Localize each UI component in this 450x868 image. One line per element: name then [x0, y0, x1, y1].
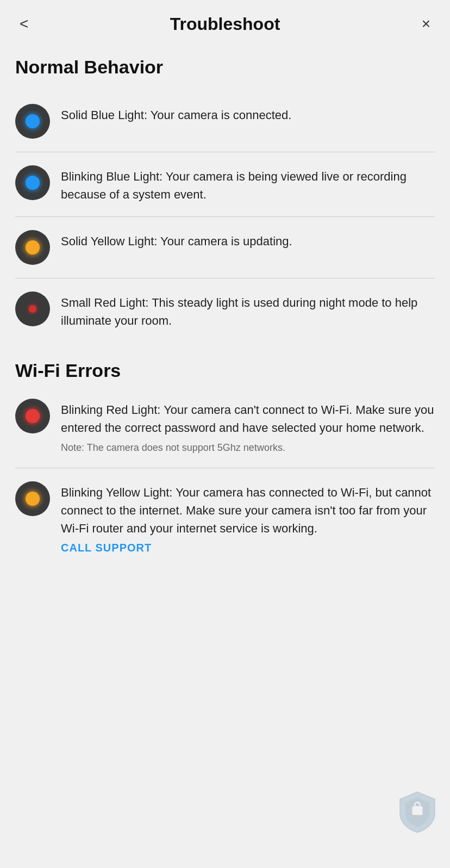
list-item: Small Red Light: This steady light is us…	[15, 278, 435, 343]
item-description: Blinking Blue Light: Your camera is bein…	[61, 170, 407, 201]
item-text: Blinking Blue Light: Your camera is bein…	[61, 165, 435, 203]
main-content: Normal Behavior Solid Blue Light: Your c…	[0, 44, 450, 589]
led-blinking-blue-icon	[15, 165, 50, 200]
item-text: Blinking Yellow Light: Your camera has c…	[61, 481, 435, 554]
back-button[interactable]: <	[15, 13, 33, 35]
item-text: Solid Yellow Light: Your camera is updat…	[61, 230, 435, 250]
item-description: Solid Yellow Light: Your camera is updat…	[61, 234, 292, 248]
header: < Troubleshoot ×	[0, 0, 450, 44]
led-solid-blue-icon	[15, 104, 50, 139]
call-support-button[interactable]: CALL SUPPORT	[61, 537, 152, 554]
wifi-errors-section: Wi-Fi Errors Blinking Red Light: Your ca…	[15, 360, 435, 567]
list-item: Solid Yellow Light: Your camera is updat…	[15, 217, 435, 278]
item-text: Blinking Red Light: Your camera can't co…	[61, 399, 435, 455]
wifi-errors-title: Wi-Fi Errors	[15, 360, 435, 381]
item-text: Small Red Light: This steady light is us…	[61, 292, 435, 330]
list-item: Blinking Blue Light: Your camera is bein…	[15, 152, 435, 217]
item-note: Note: The camera does not support 5Ghz n…	[61, 441, 435, 455]
item-description: Small Red Light: This steady light is us…	[61, 296, 417, 327]
led-dot	[29, 305, 36, 313]
item-description: Blinking Red Light: Your camera can't co…	[61, 403, 434, 435]
led-dot	[26, 240, 40, 255]
led-solid-yellow-icon	[15, 230, 50, 265]
page-title: Troubleshoot	[33, 14, 417, 34]
item-text: Solid Blue Light: Your camera is connect…	[61, 104, 435, 124]
led-small-red-icon	[15, 292, 50, 326]
normal-behavior-title: Normal Behavior	[15, 57, 435, 78]
item-description: Solid Blue Light: Your camera is connect…	[61, 108, 291, 122]
brand-watermark	[396, 790, 439, 835]
list-item: Blinking Red Light: Your camera can't co…	[15, 394, 435, 468]
list-item: Solid Blue Light: Your camera is connect…	[15, 91, 435, 152]
led-dot	[26, 409, 40, 423]
svg-rect-0	[412, 806, 422, 815]
led-dot	[26, 176, 40, 190]
led-dot	[26, 114, 40, 128]
normal-behavior-section: Normal Behavior Solid Blue Light: Your c…	[15, 57, 435, 343]
wifi-items-list: Blinking Red Light: Your camera can't co…	[15, 394, 435, 567]
led-dot	[26, 492, 40, 506]
item-description: Blinking Yellow Light: Your camera has c…	[61, 486, 431, 535]
led-blinking-yellow-icon	[15, 481, 50, 516]
led-blinking-red-icon	[15, 399, 50, 433]
svg-point-1	[415, 802, 420, 808]
list-item: Blinking Yellow Light: Your camera has c…	[15, 468, 435, 567]
close-button[interactable]: ×	[417, 13, 435, 35]
